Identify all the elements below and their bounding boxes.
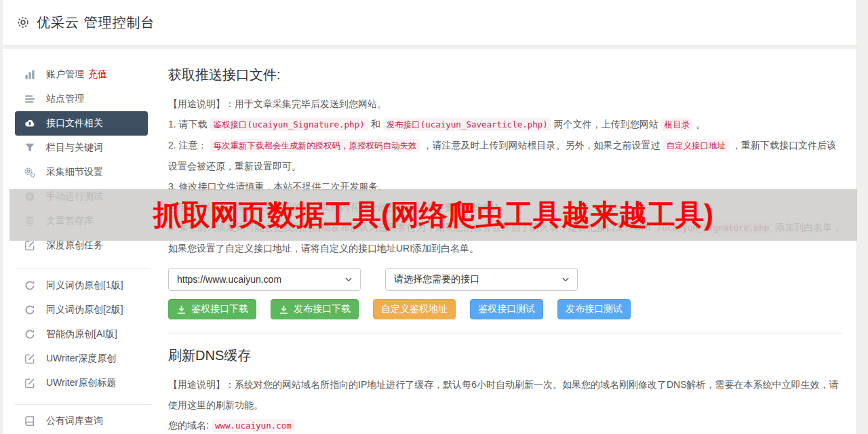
sidebar-item-label: 智能伪原创[AI版] [46,328,117,340]
sidebar-item-10[interactable]: 同义词伪原创[1版] [15,273,148,298]
sidebar-item-3[interactable]: 接口文件相关 [15,111,148,136]
auth-download-button[interactable]: 鉴权接口下载 [168,299,256,319]
chevron-down-icon [561,275,570,284]
sidebar-item-1[interactable]: 账户管理充值 [15,62,148,87]
refresh-icon [24,304,35,315]
site-select[interactable]: https://www.ucaiyun.com [168,268,361,291]
sidebar-item-label: 站点管理 [46,93,84,105]
sidebar-item-label: 接口文件相关 [46,117,103,130]
book-icon [24,416,35,427]
sidebar-item-2[interactable]: 站点管理 [15,87,148,111]
sidebar-item-label: 采集细节设置 [46,166,103,178]
sidebar-divider [15,404,151,405]
gear-icon [16,16,30,29]
section2-instructions: 【用途说明】：系统对您的网站域名所指向的IP地址进行了缓存，默认每6小时自动刷新… [168,374,842,434]
buttons-row: 鉴权接口下载发布接口下载自定义鉴权地址鉴权接口测试发布接口测试 [168,299,842,319]
publish-download-button-label: 发布接口下载 [294,303,351,315]
auth-test-button-label: 鉴权接口测试 [478,303,535,315]
edit-icon [24,378,35,389]
section-divider [168,333,842,334]
cloud-upload-icon [24,118,35,129]
section2-title: 刷新DNS缓存 [168,346,842,365]
sidebar-item-11[interactable]: 同义词伪原创[2版] [15,298,148,322]
sidebar-item-14[interactable]: UWriter原创标题 [15,371,148,395]
sidebar: 账户管理充值站点管理接口文件相关栏目与关键词采集细节设置手动运行测试文章暂存库深… [3,49,163,433]
publish-test-button-label: 发布接口测试 [566,303,623,315]
sidebar-item-label: UWriter深度原创 [46,353,116,365]
instruction-paragraph: 2. 注意：每次重新下载都会生成新的授权码，原授权码自动失效，请注意及时上传到网… [168,135,842,176]
sidebar-item-12[interactable]: 智能伪原创[AI版] [15,322,148,347]
publish-test-button[interactable]: 发布接口测试 [557,299,631,319]
sidebar-item-label: UWriter原创标题 [46,377,116,389]
code-chip: www.ucaiyun.com [212,419,295,432]
content-area: 获取推送接口文件: 【用途说明】：用于文章采集完毕后发送到您网站。1. 请下载鉴… [168,49,842,434]
sidebar-item-16[interactable]: 公有词库查询 [15,409,148,433]
instruction-paragraph: 【用途说明】：系统对您的网站域名所指向的IP地址进行了缓存，默认每6小时自动刷新… [168,374,842,415]
sidebar-item-label: 栏目与关键词 [46,142,103,154]
selects-row: https://www.ucaiyun.com请选择您需要的接口 [168,268,842,291]
edit-icon [24,240,35,251]
scrollbar-track[interactable] [856,0,868,434]
gears-icon [24,167,35,178]
code-chip: 鉴权接口(ucaiyun_Signature.php) [210,118,368,131]
section1-title: 获取推送接口文件: [168,65,842,84]
code-chip: 发布接口(ucaiyun_Savearticle.php) [383,118,551,131]
interface-select-value: 请选择您需要的接口 [394,273,479,285]
instruction-paragraph: 【用途说明】：用于文章采集完毕后发送到您网站。 [168,94,842,114]
bar-chart-icon [24,69,35,80]
sidebar-item-label: 同义词伪原创[1版] [46,279,123,292]
edit-icon [24,353,35,364]
publish-download-button[interactable]: 发布接口下载 [271,299,359,319]
chevron-down-icon [344,275,353,284]
instruction-paragraph: 1. 请下载鉴权接口(ucaiyun_Signature.php)和发布接口(u… [168,114,842,135]
app-header: 优采云 管理控制台 [3,0,857,45]
sidebar-item-13[interactable]: UWriter深度原创 [15,347,148,371]
sidebar-item-label: 账户管理 [46,68,84,81]
code-chip: 根目录 [661,118,694,131]
sidebar-divider [15,269,151,269]
sidebar-item-label: 深度原创任务 [46,239,103,252]
auth-download-button-label: 鉴权接口下载 [191,303,248,315]
download-icon [279,304,289,315]
sidebar-item-label: 同义词伪原创[2版] [46,304,123,316]
instruction-paragraph: 您的域名:www.ucaiyun.com [168,415,842,434]
filter-icon [24,142,35,153]
interface-select[interactable]: 请选择您需要的接口 [385,268,578,291]
download-icon [176,304,186,315]
watermark-text: 抓取网页数据工具(网络爬虫工具越来越工具) [153,196,713,234]
code-chip: 自定义接口地址 [663,139,730,152]
list-icon [24,94,35,104]
sidebar-item-4[interactable]: 栏目与关键词 [15,136,148,160]
refresh-icon [24,329,35,340]
site-select-value: https://www.ucaiyun.com [177,274,281,285]
auth-test-button[interactable]: 鉴权接口测试 [470,299,543,319]
app-title: 优采云 管理控制台 [37,14,155,32]
sidebar-item-label: 公有词库查询 [46,415,103,427]
refresh-icon [24,280,35,291]
custom-auth-url-button-label: 自定义鉴权地址 [381,303,448,315]
code-chip: 每次重新下载都会生成新的授权码，原授权码自动失效 [210,139,420,152]
recharge-badge[interactable]: 充值 [88,68,107,81]
watermark-overlay: 抓取网页数据工具(网络爬虫工具越来越工具) [9,189,857,241]
main-panel: 账户管理充值站点管理接口文件相关栏目与关键词采集细节设置手动运行测试文章暂存库深… [3,49,857,434]
sidebar-menu: 账户管理充值站点管理接口文件相关栏目与关键词采集细节设置手动运行测试文章暂存库深… [15,62,163,433]
sidebar-item-5[interactable]: 采集细节设置 [15,160,148,184]
custom-auth-url-button[interactable]: 自定义鉴权地址 [373,299,456,319]
